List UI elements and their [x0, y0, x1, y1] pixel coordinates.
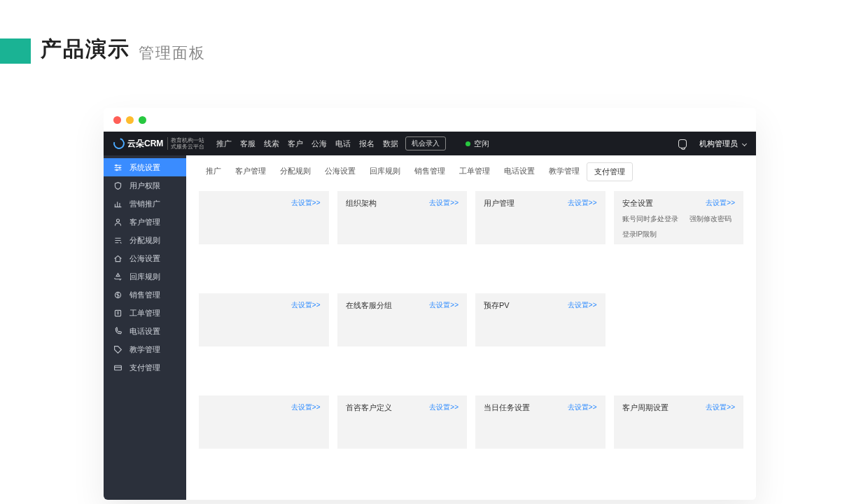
settings-sliders-icon — [113, 163, 122, 172]
card-title: 首咨客户定义 — [346, 402, 392, 413]
sidebar-item-label: 电话设置 — [130, 326, 160, 337]
page-title-sub: 管理面板 — [139, 43, 206, 64]
sidebar-item-label: 工单管理 — [130, 308, 160, 318]
card-subitem: 强制修改密码 — [690, 214, 732, 224]
go-settings-link[interactable]: 去设置>> — [291, 402, 321, 412]
top-nav-item[interactable]: 客服 — [240, 139, 255, 149]
settings-card: 用户管理 去设置>> — [475, 191, 606, 244]
app-window: 云朵CRM 教育机构一站式服务云平台 推广 客服 线索 客户 公海 电话 报名 … — [104, 108, 756, 500]
sidebar-item-return-rules[interactable]: 回库规则 — [104, 267, 186, 286]
person-icon — [113, 218, 122, 227]
tab-item[interactable]: 电话设置 — [497, 162, 542, 181]
tab-item[interactable]: 公海设置 — [318, 162, 363, 181]
sidebar-item-phone-settings[interactable]: 电话设置 — [104, 322, 186, 340]
card-row-1: 去设置>> 组织架构 去设置>> 用户管理 去设置>> — [199, 191, 743, 244]
top-nav-item[interactable]: 公海 — [312, 139, 327, 149]
window-close-button[interactable] — [113, 116, 121, 124]
record-entry-button[interactable]: 机会录入 — [405, 136, 446, 150]
sidebar-item-ticket-mgmt[interactable]: 工单管理 — [104, 304, 186, 322]
go-settings-link[interactable]: 去设置>> — [429, 198, 458, 208]
settings-card: 去设置>> — [199, 191, 329, 244]
app-bar: 云朵CRM 教育机构一站式服务云平台 推广 客服 线索 客户 公海 电话 报名 … — [104, 132, 756, 155]
go-settings-link[interactable]: 去设置>> — [429, 402, 458, 412]
card-title: 在线客服分组 — [346, 300, 392, 311]
sidebar-item-pool-settings[interactable]: 公海设置 — [104, 249, 186, 267]
tab-item[interactable]: 工单管理 — [452, 162, 497, 181]
sidebar-item-label: 系统设置 — [130, 162, 160, 173]
tab-item[interactable]: 客户管理 — [228, 162, 273, 181]
tab-item[interactable]: 销售管理 — [407, 162, 452, 181]
sidebar-item-label: 回库规则 — [130, 272, 160, 282]
chevron-down-icon — [742, 141, 747, 146]
top-nav-item[interactable]: 客户 — [288, 139, 303, 149]
card-title: 用户管理 — [484, 198, 514, 209]
go-settings-link[interactable]: 去设置>> — [291, 198, 321, 208]
window-titlebar — [104, 108, 756, 132]
go-settings-link[interactable]: 去设置>> — [568, 300, 597, 310]
go-settings-link[interactable]: 去设置>> — [429, 300, 458, 310]
card-subitem: 登录IP限制 — [622, 230, 657, 239]
settings-card: 当日任务设置 去设置>> — [475, 396, 606, 449]
settings-card: 在线客服分组 去设置>> — [337, 293, 468, 346]
top-nav: 推广 客服 线索 客户 公海 电话 报名 数据 — [216, 139, 398, 149]
sidebar-item-sales-mgmt[interactable]: 销售管理 — [104, 286, 186, 304]
go-settings-link[interactable]: 去设置>> — [706, 198, 735, 208]
status-dot-icon — [465, 141, 470, 146]
settings-card: 去设置>> — [199, 396, 329, 449]
status-label: 空闲 — [474, 139, 489, 149]
go-settings-link[interactable]: 去设置>> — [568, 402, 597, 412]
sidebar-item-label: 分配规则 — [130, 235, 160, 246]
tab-item[interactable]: 回库规则 — [363, 162, 407, 181]
tab-item[interactable]: 支付管理 — [587, 162, 633, 181]
sidebar-item-assign-rules[interactable]: 分配规则 — [104, 231, 186, 249]
sidebar-item-user-permissions[interactable]: 用户权限 — [104, 176, 186, 195]
user-label: 机构管理员 — [699, 139, 738, 148]
bar-chart-icon — [113, 200, 122, 209]
top-nav-item[interactable]: 报名 — [359, 139, 374, 149]
card-title: 组织架构 — [346, 198, 377, 209]
go-settings-link[interactable]: 去设置>> — [706, 402, 735, 412]
logo-text: 云朵CRM — [127, 138, 163, 150]
sidebar-item-teaching-mgmt[interactable]: 教学管理 — [104, 340, 186, 358]
ticket-icon — [113, 309, 122, 318]
top-nav-item[interactable]: 推广 — [216, 139, 232, 149]
logo-tagline: 教育机构一站式服务云平台 — [167, 137, 205, 150]
top-nav-item[interactable]: 线索 — [264, 139, 279, 149]
sidebar-item-label: 公海设置 — [130, 253, 160, 264]
sidebar-item-payment-mgmt[interactable]: 支付管理 — [104, 358, 186, 377]
tab-item[interactable]: 教学管理 — [542, 162, 587, 181]
tab-item[interactable]: 分配规则 — [273, 162, 318, 181]
go-settings-link[interactable]: 去设置>> — [291, 300, 321, 310]
card-title: 当日任务设置 — [484, 402, 530, 413]
tag-icon — [113, 345, 122, 354]
card-subitem: 账号同时多处登录 — [622, 214, 678, 224]
page-header: 产品演示 管理面板 — [0, 0, 847, 64]
tab-item[interactable]: 推广 — [199, 162, 228, 181]
recycle-icon — [113, 272, 122, 281]
card-title: 客户周期设置 — [622, 402, 668, 413]
card-row-3: 去设置>> 首咨客户定义 去设置>> 当日任务设置 去设置>> — [199, 396, 743, 449]
top-nav-item[interactable]: 电话 — [335, 139, 351, 149]
notification-bell-icon[interactable] — [678, 139, 687, 148]
window-maximize-button[interactable] — [139, 116, 146, 124]
sidebar-item-customer-mgmt[interactable]: 客户管理 — [104, 213, 186, 231]
settings-card: 客户周期设置 去设置>> — [614, 396, 744, 449]
user-menu[interactable]: 机构管理员 — [699, 139, 746, 149]
settings-card: 去设置>> — [199, 293, 329, 346]
settings-card-security: 安全设置 去设置>> 账号同时多处登录 强制修改密码 登录IP限制 — [614, 191, 744, 244]
settings-card: 首咨客户定义 去设置>> — [337, 396, 468, 449]
svg-rect-5 — [115, 310, 120, 316]
sidebar-item-system-settings[interactable]: 系统设置 — [104, 158, 186, 176]
sidebar-item-label: 销售管理 — [130, 290, 160, 300]
sidebar-item-marketing[interactable]: 营销推广 — [104, 195, 186, 213]
sub-tabs: 推广 客户管理 分配规则 公海设置 回库规则 销售管理 工单管理 电话设置 教学… — [199, 162, 743, 181]
window-minimize-button[interactable] — [126, 116, 134, 124]
sidebar-item-label: 营销推广 — [130, 199, 160, 209]
status-indicator[interactable]: 空闲 — [465, 139, 489, 149]
house-icon — [113, 254, 122, 263]
top-nav-item[interactable]: 数据 — [383, 139, 398, 149]
accent-block — [0, 38, 31, 64]
go-settings-link[interactable]: 去设置>> — [568, 198, 597, 208]
sidebar-item-label: 教学管理 — [130, 344, 160, 355]
card-icon — [113, 363, 122, 372]
